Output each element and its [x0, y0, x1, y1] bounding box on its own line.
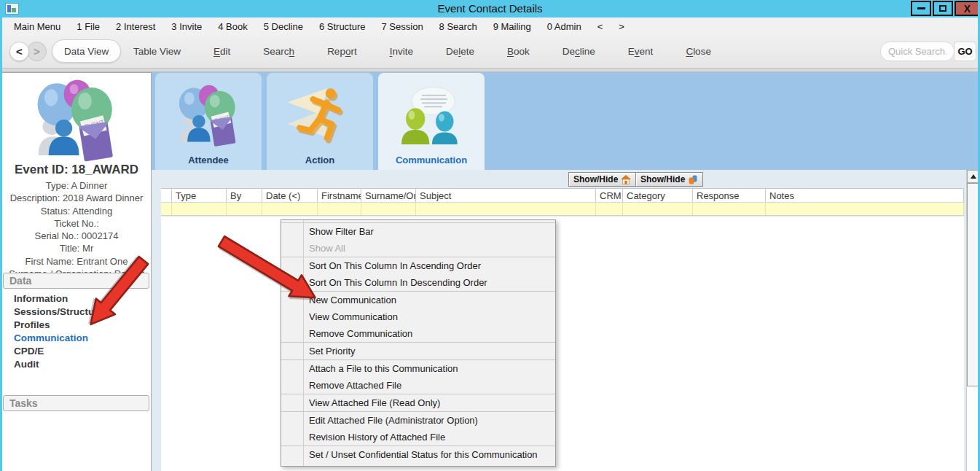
app-window: Event Contact Details X Main Menu1 File2…: [0, 0, 980, 471]
toolbar-button-close[interactable]: Close: [686, 46, 711, 57]
minimize-button[interactable]: [911, 1, 931, 16]
column-header-subject[interactable]: Subject: [416, 189, 596, 202]
menubar-item-6-structure[interactable]: 6 Structure: [311, 19, 374, 34]
tab-attendee[interactable]: EVENT Attendee: [155, 73, 262, 170]
forward-button[interactable]: >: [27, 42, 47, 61]
menubar-item-4-book[interactable]: 4 Book: [210, 19, 255, 34]
filter-cell[interactable]: [227, 203, 262, 215]
filter-cell[interactable]: [172, 203, 227, 215]
event-details: Type: A DinnerDescription: 2018 Award Di…: [2, 179, 151, 280]
toolbar-button-decline[interactable]: Decline: [562, 46, 595, 57]
context-menu-item-set-priority[interactable]: Set Priority: [281, 343, 555, 359]
toolbar-button-event[interactable]: Event: [628, 46, 654, 57]
tab-label: Action: [267, 155, 373, 166]
talking-heads-icon: [396, 82, 466, 152]
maximize-icon: [939, 5, 946, 12]
data-view-toggle[interactable]: Data View: [52, 39, 121, 63]
column-header-by[interactable]: By: [227, 189, 262, 202]
filter-cell[interactable]: [161, 203, 172, 215]
show-hide-people-button[interactable]: Show/Hide: [635, 172, 703, 187]
tab-communication[interactable]: Communication: [378, 73, 485, 170]
menubar-item-2-interest[interactable]: 2 Interest: [108, 19, 163, 34]
context-menu-item-new-communication[interactable]: New Communication: [281, 292, 555, 308]
filter-cell[interactable]: [623, 203, 693, 215]
menubar-item-3-invite[interactable]: 3 Invite: [163, 19, 210, 34]
context-menu-item-revision-history-of-attached-file[interactable]: Revision History of Attached File: [281, 429, 555, 445]
column-header-response[interactable]: Response: [693, 189, 766, 202]
context-menu-item-show-filter-bar[interactable]: Show Filter Bar: [281, 223, 555, 240]
sidebar-item-sessions-structures[interactable]: Sessions/Structures: [14, 305, 109, 319]
menubar-item-7-session[interactable]: 7 Session: [374, 19, 431, 34]
filter-cell[interactable]: [361, 203, 416, 215]
column-header-category[interactable]: Category: [623, 189, 693, 202]
balloons-event-icon: EVENT: [30, 77, 123, 166]
menubar-item--[interactable]: <: [589, 19, 611, 34]
context-menu-item-sort-on-this-column-in-descending-order[interactable]: Sort On This Column In Descending Order: [281, 274, 555, 291]
column-header-crm[interactable]: CRM: [596, 189, 623, 202]
tab-label: Attendee: [155, 155, 262, 166]
title-bar: Event Contact Details X: [0, 0, 980, 17]
filter-cell[interactable]: [766, 203, 964, 215]
menubar-item-main-menu[interactable]: Main Menu: [6, 19, 68, 34]
toolbar-button-delete[interactable]: Delete: [446, 46, 474, 57]
go-button[interactable]: GO: [954, 42, 976, 61]
scroll-up-button[interactable]: [967, 170, 980, 183]
context-menu-item-view-attached-file-read-only-[interactable]: View Attached File (Read Only): [281, 394, 555, 411]
scrollbar-thumb[interactable]: [967, 183, 980, 386]
context-menu-gutter: [303, 220, 304, 466]
context-menu-item-sort-on-this-column-in-ascending-order[interactable]: Sort On This Column In Ascending Order: [281, 257, 555, 274]
tab-action[interactable]: Action: [267, 73, 373, 170]
column-header-firstname[interactable]: Firstname: [318, 189, 361, 202]
toolbar-button-book[interactable]: Book: [507, 46, 530, 57]
toolbar-button-invite[interactable]: Invite: [390, 46, 413, 57]
context-menu-item-view-communication[interactable]: View Communication: [281, 308, 555, 325]
context-menu-item-set-unset-confidential-status-for-this-communication[interactable]: Set / Unset Confidential Status for this…: [281, 446, 555, 463]
sidebar-item-audit[interactable]: Audit: [14, 358, 109, 371]
maximize-button[interactable]: [933, 1, 953, 16]
toolbar-button-report[interactable]: Report: [327, 46, 357, 57]
toolbar-button-search[interactable]: Search: [263, 46, 294, 57]
filter-cell[interactable]: [693, 203, 766, 215]
filter-cell[interactable]: [262, 203, 318, 215]
context-menu: Show Filter BarShow AllSort On This Colu…: [281, 219, 556, 467]
menubar-item-8-search[interactable]: 8 Search: [431, 19, 485, 34]
context-menu-group: Set / Unset Confidential Status for this…: [281, 445, 555, 463]
sidebar-item-cpd-e[interactable]: CPD/E: [14, 345, 109, 358]
context-menu-group: Show Filter BarShow All: [281, 222, 555, 257]
column-header-surname-org[interactable]: Surname/Org: [361, 189, 416, 202]
menubar-item--[interactable]: >: [611, 19, 632, 34]
column-header-selector[interactable]: [161, 189, 172, 202]
context-menu-item-attach-a-file-to-this-communication[interactable]: Attach a File to this Communication: [281, 360, 555, 377]
back-button[interactable]: <: [9, 42, 29, 61]
close-button[interactable]: X: [954, 1, 980, 16]
column-header-notes[interactable]: Notes: [766, 189, 964, 202]
event-detail-line: Description: 2018 Award Dinner: [2, 192, 151, 204]
context-menu-item-edit-attached-file-administrator-option-[interactable]: Edit Attached File (Administrator Option…: [281, 412, 555, 429]
event-detail-line: Ticket No.:: [2, 217, 151, 230]
toolbar-button-table-view[interactable]: Table View: [133, 46, 181, 57]
event-detail-line: Type: A Dinner: [2, 179, 151, 192]
context-menu-group: View Attached File (Read Only): [281, 394, 555, 411]
filter-cell[interactable]: [416, 203, 596, 215]
vertical-scrollbar[interactable]: [966, 170, 979, 471]
filter-cell[interactable]: [318, 203, 361, 215]
column-header-type[interactable]: Type: [172, 189, 227, 202]
event-detail-line: Title: Mr: [2, 242, 151, 254]
menubar-item-0-admin[interactable]: 0 Admin: [539, 19, 589, 34]
menubar-item-5-decline[interactable]: 5 Decline: [256, 19, 311, 34]
up-arrow-icon: [971, 174, 976, 179]
context-menu-item-remove-communication[interactable]: Remove Communication: [281, 325, 555, 342]
column-header-date-[interactable]: Date (<): [262, 189, 318, 202]
data-section-header: Data: [3, 273, 149, 289]
sidebar-item-information[interactable]: Information: [14, 292, 109, 305]
filter-cell[interactable]: [596, 203, 623, 215]
sidebar-item-profiles[interactable]: Profiles: [14, 319, 109, 332]
quick-search-input[interactable]: [880, 42, 954, 61]
sidebar-item-communication[interactable]: Communication: [14, 332, 109, 345]
context-menu-item-show-all[interactable]: Show All: [281, 240, 555, 257]
toolbar-button-edit[interactable]: Edit: [213, 46, 230, 57]
menubar-item-1-file[interactable]: 1 File: [68, 19, 108, 34]
context-menu-item-remove-attached-file[interactable]: Remove Attached File: [281, 377, 555, 394]
show-hide-home-button[interactable]: Show/Hide: [568, 172, 636, 187]
menubar-item-9-mailing[interactable]: 9 Mailing: [485, 19, 539, 34]
